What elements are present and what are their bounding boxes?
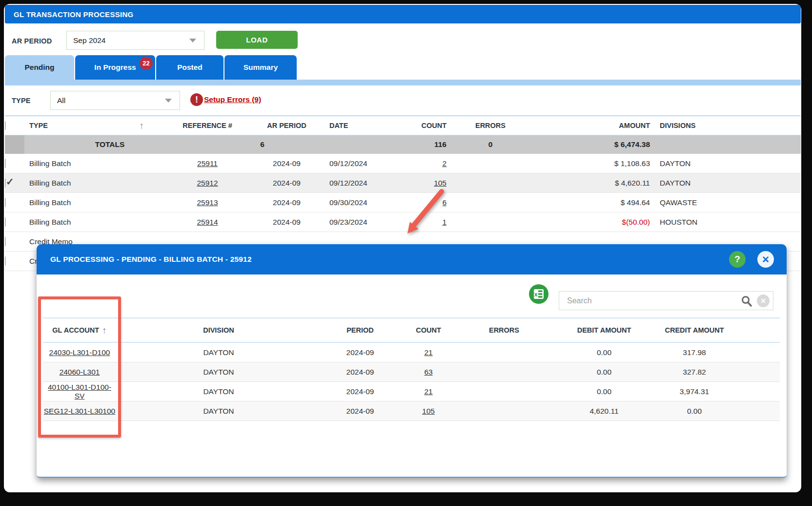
cell-ar-period: 2024-09 (249, 198, 325, 207)
count-link[interactable]: 63 (424, 368, 432, 376)
row-checkbox[interactable]: ✓ (5, 178, 6, 188)
cell-division: DAYTON (116, 407, 321, 416)
totals-reference-count: 6 (166, 140, 359, 149)
search-icon[interactable] (740, 295, 753, 307)
count-link[interactable]: 21 (424, 387, 432, 396)
gl-account-detail-table: GL ACCOUNT ↑ DIVISION PERIOD COUNT ERROR… (43, 317, 780, 421)
excel-export-button[interactable]: x (529, 284, 548, 304)
row-checkbox[interactable]: ✓ (5, 159, 6, 168)
cell-date: 09/12/2024 (325, 179, 393, 188)
column-header-reference[interactable]: REFERENCE # (166, 122, 249, 129)
column-header-divisions[interactable]: DIVISIONS (657, 122, 748, 129)
cell-ar-period: 2024-09 (249, 159, 325, 168)
column-header-errors[interactable]: ERRORS (458, 326, 550, 334)
chevron-down-icon (165, 99, 172, 103)
ar-period-select[interactable]: Sep 2024 (66, 31, 204, 50)
table-row[interactable]: ✓ Billing Batch 25914 2024-09 09/23/2024… (5, 212, 801, 232)
cell-amount: $(50.00) (534, 218, 650, 227)
type-filter-label: TYPE (12, 97, 31, 105)
chevron-down-icon (189, 39, 196, 42)
column-header-amount[interactable]: AMOUNT (534, 122, 650, 129)
column-header-count[interactable]: COUNT (393, 122, 447, 129)
type-filter-select[interactable]: All (50, 91, 180, 110)
cell-credit: 0.00 (658, 407, 765, 416)
table-row[interactable]: ✓ Billing Batch 25913 2024-09 09/30/2024… (5, 193, 801, 212)
table-row: 40100-L301-D100-SV DAYTON 2024-09 21 0.0… (43, 382, 780, 401)
load-button[interactable]: LOAD (216, 31, 298, 49)
cell-type: Billing Batch (24, 218, 166, 227)
totals-count: 116 (359, 140, 447, 149)
tab-in-progress[interactable]: In Progress 22 (75, 55, 155, 80)
modal-titlebar: GL PROCESSING - PENDING - BILLING BATCH … (37, 244, 787, 274)
row-checkbox[interactable]: ✓ (5, 217, 6, 227)
row-checkbox[interactable]: ✓ (5, 256, 6, 266)
column-header-credit[interactable]: CREDIT AMOUNT (658, 326, 765, 334)
column-header-ar-period[interactable]: AR PERIOD (249, 122, 325, 129)
totals-amount: $ 6,474.38 (534, 140, 650, 149)
tab-pending-label: Pending (24, 63, 54, 72)
tab-pending[interactable]: Pending (5, 55, 74, 80)
search-input[interactable] (566, 296, 740, 306)
row-checkbox[interactable]: ✓ (5, 237, 6, 246)
column-header-period[interactable]: PERIOD (321, 326, 399, 334)
column-header-date[interactable]: DATE (325, 122, 393, 129)
cell-ar-period: 2024-09 (249, 179, 325, 188)
column-header-division[interactable]: DIVISION (116, 326, 321, 334)
reference-link[interactable]: 25911 (197, 159, 218, 168)
cell-debit: 0.00 (550, 348, 658, 357)
select-all-checkbox[interactable] (5, 121, 6, 130)
cell-credit: 327.82 (658, 368, 765, 377)
modal-title: GL PROCESSING - PENDING - BILLING BATCH … (50, 255, 729, 264)
cell-amount: $ 494.64 (534, 198, 650, 207)
count-link[interactable]: 21 (424, 348, 432, 357)
count-link[interactable]: 105 (422, 407, 435, 415)
close-button[interactable]: ✕ (757, 251, 774, 268)
column-header-errors[interactable]: ERRORS (447, 122, 534, 129)
reference-link[interactable]: 25914 (197, 218, 218, 226)
setup-errors-link[interactable]: ! Setup Errors (9) (190, 93, 261, 106)
count-link[interactable]: 2 (442, 159, 447, 168)
reference-link[interactable]: 25913 (197, 198, 218, 207)
cell-amount: $ 4,620.11 (534, 179, 650, 188)
in-progress-count-badge: 22 (140, 57, 153, 70)
x-glyph: ✕ (760, 297, 766, 305)
reference-link[interactable]: 25912 (197, 179, 218, 187)
column-header-count[interactable]: COUNT (399, 326, 458, 334)
cell-date: 09/23/2024 (325, 218, 393, 227)
gl-account-link[interactable]: 24060-L301 (60, 368, 100, 376)
cell-division: HOUSTON (657, 218, 748, 227)
count-link[interactable]: 105 (434, 179, 447, 187)
sort-ascending-icon[interactable]: ↑ (102, 326, 107, 335)
count-link[interactable]: 1 (442, 218, 447, 226)
sort-ascending-icon[interactable]: ↑ (140, 121, 144, 130)
cell-credit: 3,974.31 (658, 387, 765, 396)
tab-posted[interactable]: Posted (156, 55, 223, 80)
gl-account-link[interactable]: 24030-L301-D100 (49, 348, 110, 357)
table-row[interactable]: ✓ Billing Batch 25911 2024-09 09/12/2024… (5, 154, 801, 173)
cell-credit: 317.98 (658, 348, 765, 357)
clear-search-icon[interactable]: ✕ (757, 295, 770, 307)
totals-row: TOTALS 6 116 0 $ 6,474.38 (5, 135, 801, 154)
table-row: 24060-L301 DAYTON 2024-09 63 0.00 327.82 (43, 362, 780, 382)
cell-type: Billing Batch (24, 159, 166, 168)
checkmark-icon: ✓ (6, 176, 14, 188)
row-checkbox[interactable]: ✓ (5, 198, 6, 207)
gl-account-link[interactable]: 40100-L301-D100-SV (48, 383, 111, 400)
count-link[interactable]: 6 (442, 198, 447, 207)
cell-date: 09/30/2024 (325, 198, 393, 207)
column-header-type[interactable]: TYPE (29, 122, 48, 129)
cell-period: 2024-09 (321, 407, 399, 416)
setup-errors-label[interactable]: Setup Errors (9) (204, 95, 261, 104)
window-title: GL TRANSACTION PROCESSING (14, 10, 134, 19)
cell-period: 2024-09 (321, 368, 399, 377)
column-header-debit[interactable]: DEBIT AMOUNT (550, 326, 658, 334)
cell-division: DAYTON (116, 368, 321, 377)
column-header-gl-account[interactable]: GL ACCOUNT (52, 326, 99, 334)
help-button[interactable]: ? (729, 251, 746, 268)
close-icon: ✕ (762, 254, 770, 265)
question-icon: ? (734, 254, 740, 265)
table-row[interactable]: ✓ Billing Batch 25912 2024-09 09/12/2024… (5, 173, 801, 193)
tab-summary[interactable]: Summary (224, 55, 297, 80)
window-titlebar: GL TRANSACTION PROCESSING (5, 5, 801, 23)
gl-account-link[interactable]: SEG12-L301-L30100 (44, 407, 116, 415)
